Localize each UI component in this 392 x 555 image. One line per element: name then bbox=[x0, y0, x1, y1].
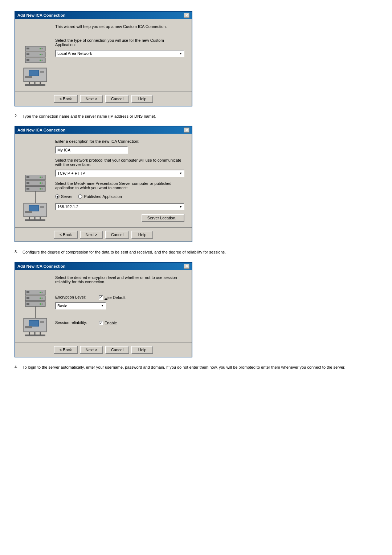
dialog-2-help-button[interactable]: Help bbox=[131, 231, 153, 239]
connection-type-value: Local Area Network bbox=[57, 51, 92, 56]
svg-point-55 bbox=[41, 292, 43, 293]
svg-point-34 bbox=[41, 182, 43, 184]
dialog-1-title: Add New ICA Connection bbox=[17, 13, 65, 17]
encryption-value-select[interactable]: Basic ▼ bbox=[55, 302, 106, 309]
svg-rect-24 bbox=[25, 84, 45, 86]
dialog-2-close[interactable]: ✕ bbox=[184, 127, 189, 133]
dialog-1: Add New ICA Connection ✕ bbox=[15, 11, 192, 106]
svg-point-8 bbox=[40, 54, 41, 55]
dialog-2-name-input[interactable] bbox=[55, 146, 128, 154]
svg-point-14 bbox=[41, 60, 43, 61]
svg-rect-2 bbox=[26, 48, 29, 49]
dialog-2-next-button[interactable]: Next > bbox=[80, 231, 103, 239]
server-location-button[interactable]: Server Location... bbox=[142, 214, 184, 222]
dialog-2-content: Enter a description for the new ICA Conn… bbox=[52, 137, 188, 224]
dialog-1-desc1: This wizard will help you set up a new C… bbox=[55, 24, 184, 29]
svg-point-29 bbox=[41, 177, 43, 178]
server-stack-icon-2 bbox=[22, 175, 48, 222]
dialog-2-footer: < Back Next > Cancel Help bbox=[15, 227, 192, 242]
svg-rect-76 bbox=[25, 335, 45, 336]
dialog-2-icon-col bbox=[19, 137, 52, 224]
svg-rect-53 bbox=[26, 291, 29, 293]
radio-published-label[interactable]: Published Application bbox=[78, 194, 122, 199]
encryption-arrow: ▼ bbox=[101, 304, 104, 307]
svg-point-54 bbox=[40, 292, 41, 293]
dialog-1-footer: < Back Next > Cancel Help bbox=[15, 92, 192, 106]
dialog-1-icon-col bbox=[19, 23, 52, 88]
session-label: Session reliability: bbox=[55, 320, 95, 325]
dialog-3: Add New ICA Connection ✕ bbox=[15, 262, 192, 357]
dialog-3-titlebar: Add New ICA Connection ✕ bbox=[15, 263, 192, 270]
svg-rect-20 bbox=[25, 76, 32, 78]
svg-point-28 bbox=[40, 177, 41, 178]
step-4-number: 4. bbox=[15, 365, 21, 374]
dialog-2-title: Add New ICA Connection bbox=[17, 128, 65, 132]
svg-rect-32 bbox=[26, 182, 29, 184]
dialog-1-next-button[interactable]: Next > bbox=[80, 95, 103, 103]
svg-rect-7 bbox=[26, 53, 29, 55]
dialog-2-protocol-label: Select the network protocol that your co… bbox=[55, 158, 184, 167]
dialog-1-back-button[interactable]: < Back bbox=[54, 95, 78, 103]
dialog-2-cancel-button[interactable]: Cancel bbox=[105, 231, 129, 239]
dialog-3-title: Add New ICA Connection bbox=[17, 264, 65, 268]
session-row: Session reliability: ✓ Enable bbox=[55, 320, 184, 325]
enable-checkbox[interactable]: ✓ bbox=[99, 321, 103, 325]
dialog-2: Add New ICA Connection ✕ bbox=[15, 126, 192, 242]
radio-server[interactable] bbox=[55, 194, 60, 199]
encryption-label: Encryption Level: bbox=[55, 295, 95, 299]
dialog-2-server-select[interactable]: 168.192.1.2 ▼ bbox=[55, 203, 184, 210]
radio-server-text: Server bbox=[61, 194, 73, 199]
connection-type-select[interactable]: Local Area Network ▼ bbox=[55, 50, 184, 57]
dialog-3-help-button[interactable]: Help bbox=[131, 346, 153, 354]
protocol-arrow: ▼ bbox=[179, 172, 182, 175]
dialog-2-name-label: Enter a description for the new ICA Conn… bbox=[55, 139, 184, 143]
svg-point-64 bbox=[40, 303, 41, 305]
dialog-3-footer: < Back Next > Cancel Help bbox=[15, 343, 192, 357]
dialog-2-protocol-value: TCP/IP + HTTP bbox=[57, 171, 85, 175]
radio-server-label[interactable]: Server bbox=[55, 194, 73, 199]
dialog-1-desc2: Select the type of connection you will u… bbox=[55, 38, 184, 47]
server-stack-icon bbox=[22, 46, 48, 86]
svg-rect-18 bbox=[29, 70, 38, 76]
svg-point-38 bbox=[40, 188, 41, 190]
svg-rect-63 bbox=[26, 303, 29, 305]
step-2-text: Type the connection name and the server … bbox=[23, 114, 156, 119]
enable-text: Enable bbox=[105, 321, 117, 325]
step-4-text: To login to the server automatically, en… bbox=[23, 365, 345, 370]
radio-published-text: Published Application bbox=[84, 194, 122, 199]
use-default-text: Use Default bbox=[105, 295, 125, 300]
dialog-2-radio-group: Server Published Application bbox=[55, 194, 184, 199]
svg-rect-71 bbox=[40, 321, 44, 323]
dialog-3-content: Select the desired encryption level and … bbox=[52, 274, 188, 339]
dialog-3-close[interactable]: ✕ bbox=[184, 264, 189, 269]
step-2-block: 2. Type the connection name and the serv… bbox=[15, 114, 377, 123]
dialog-1-help-button[interactable]: Help bbox=[131, 95, 153, 103]
use-default-u: U bbox=[105, 295, 107, 300]
dialog-2-titlebar: Add New ICA Connection ✕ bbox=[15, 126, 192, 134]
dialog-3-next-button[interactable]: Next > bbox=[80, 346, 103, 354]
dialog-1-content: This wizard will help you set up a new C… bbox=[52, 23, 188, 88]
svg-rect-46 bbox=[25, 211, 32, 213]
dialog-1-close[interactable]: ✕ bbox=[184, 13, 189, 18]
dialog-3-back-button[interactable]: < Back bbox=[54, 346, 78, 354]
svg-point-60 bbox=[41, 297, 43, 299]
dialog-2-protocol-select[interactable]: TCP/IP + HTTP ▼ bbox=[55, 170, 184, 177]
encryption-row: Encryption Level: ✓ Use Default bbox=[55, 295, 184, 300]
dialog-1-cancel-button[interactable]: Cancel bbox=[105, 95, 129, 103]
svg-point-59 bbox=[40, 297, 41, 299]
dialog-3-cancel-button[interactable]: Cancel bbox=[105, 346, 129, 354]
svg-rect-72 bbox=[25, 326, 32, 328]
use-default-checkbox[interactable]: ✓ bbox=[99, 295, 103, 300]
dialog-2-server-value: 168.192.1.2 bbox=[57, 204, 78, 209]
connection-type-arrow: ▼ bbox=[179, 52, 182, 55]
enable-label[interactable]: ✓ Enable bbox=[99, 321, 117, 325]
use-default-label[interactable]: ✓ Use Default bbox=[99, 295, 125, 300]
dialog-2-back-button[interactable]: < Back bbox=[54, 231, 78, 239]
dialog-3-icon-col bbox=[19, 274, 52, 339]
use-default-rest: se Default bbox=[107, 295, 126, 300]
radio-published[interactable] bbox=[78, 194, 82, 199]
svg-point-39 bbox=[41, 188, 43, 190]
svg-point-3 bbox=[40, 48, 41, 49]
svg-point-13 bbox=[40, 60, 41, 61]
encryption-value: Basic bbox=[57, 304, 67, 308]
